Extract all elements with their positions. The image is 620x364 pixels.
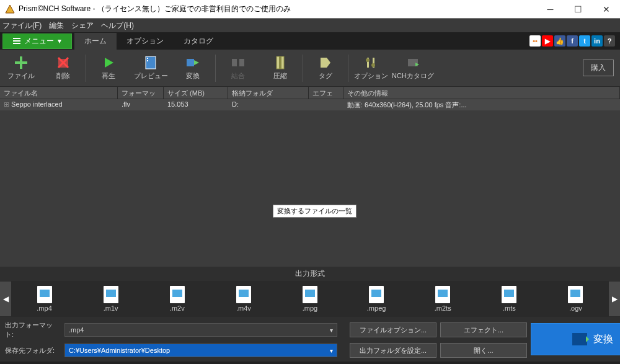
effect-button[interactable]: エフェクト... [440,322,527,337]
cell-filename: ⊞ Seppo interlaced [0,99,118,110]
facebook-icon[interactable]: f [567,35,578,47]
close-button[interactable]: ✕ [592,0,620,18]
compress-icon [273,55,288,70]
file-list[interactable]: ⊞ Seppo interlaced .flv 15.053 D: 動画: 64… [0,99,620,267]
cell-format: .flv [118,99,164,110]
cell-folder: D: [228,99,309,110]
format-item[interactable]: .mts [476,286,542,312]
delete-icon [56,55,71,70]
convert-icon [572,333,587,345]
svg-rect-8 [147,58,148,59]
folder-combo[interactable]: C:¥Users¥Administrator¥Desktop▾ [64,344,337,357]
convert-button[interactable]: 変換 [531,323,620,355]
chevron-down-icon: ▾ [58,37,61,45]
tool-option[interactable]: オプション [350,51,392,86]
combine-icon [231,55,246,70]
file-icon [369,286,384,303]
cell-size: 15.053 [164,99,228,110]
file-icon [568,286,583,303]
format-item[interactable]: .m2ts [410,286,476,312]
menu-file[interactable]: ファイル(F) [2,20,42,31]
format-item[interactable]: .mpg [277,286,343,312]
format-item[interactable]: .mpeg [343,286,410,312]
strip-prev[interactable]: ◀ [0,282,11,316]
buy-button[interactable]: 購入 [583,60,614,76]
svg-rect-2 [15,61,27,64]
svg-marker-0 [6,5,14,13]
menu-bar: ファイル(F) 編集 シェア ヘルプ(H) [0,19,620,32]
format-item[interactable]: .m2v [144,286,210,312]
open-button[interactable]: 開く... [440,343,527,358]
svg-point-19 [366,58,370,62]
svg-marker-11 [194,60,199,65]
chevron-down-icon: ▾ [330,327,333,334]
tool-file[interactable]: ファイル [0,51,42,86]
file-option-button[interactable]: ファイルオプション... [350,322,436,337]
format-item[interactable]: .ogv [542,286,609,312]
tool-play[interactable]: 再生 [87,51,130,86]
file-icon [236,286,251,303]
strip-next[interactable]: ▶ [609,282,620,316]
output-format-label: 出力形式 [0,267,620,281]
cell-info: 動画: 640x360(H264), 25.00 fps 音声:... [343,99,620,110]
tool-catalog[interactable]: NCHカタログ [392,51,434,86]
tab-home[interactable]: ホーム [74,33,117,50]
tab-row: メニュー ▾ ホーム オプション カタログ •• ▶ 👍 f t in ? [0,32,620,50]
col-effect[interactable]: エフェクト [309,87,343,99]
convert-icon [185,55,200,70]
linkedin-icon[interactable]: in [591,35,603,47]
twitter-icon[interactable]: t [579,35,590,47]
col-format[interactable]: フォーマット [118,87,164,99]
format-item[interactable]: .mp4 [11,286,78,312]
tab-catalog[interactable]: カタログ [174,33,223,50]
file-icon [303,286,317,303]
svg-rect-10 [187,59,194,66]
table-header: ファイル名 フォーマット サイズ (MB) 格納フォルダ エフェクト その他の情… [0,87,620,99]
svg-rect-13 [239,59,244,66]
cell-effect [309,99,343,110]
col-filename[interactable]: ファイル名 [0,87,118,99]
file-icon [435,286,450,303]
svg-rect-15 [279,56,281,69]
file-icon [104,286,118,303]
toolbar: ファイル 削除 再生 プレビュー 変換 結合 圧縮 タグ オプション NCHカタ… [0,50,620,87]
status-bar: Prism v 10.44 © NCH Software 1/1選択中 [0,362,620,364]
col-size[interactable]: サイズ (MB) [164,87,228,99]
output-folder-button[interactable]: 出力フォルダを設定... [350,343,436,358]
menu-help[interactable]: ヘルプ(H) [101,20,134,31]
minimize-button[interactable]: ─ [536,0,564,18]
catalog-icon [405,55,420,70]
format-strip: ◀ .mp4.m1v.m2v.m4v.mpg.mpeg.m2ts.mts.ogv… [0,281,620,317]
bottom-controls: 出力フォーマット: .mp4▾ ファイルオプション... エフェクト... 変換… [0,317,620,362]
folder-label: 保存先フォルダ: [5,346,61,355]
tool-delete[interactable]: 削除 [42,51,84,86]
svg-rect-9 [147,60,148,61]
tool-tag[interactable]: タグ [304,51,347,86]
format-item[interactable]: .m1v [78,286,144,312]
thumbsup-icon[interactable]: 👍 [554,35,565,47]
col-info[interactable]: その他の情報 [343,87,620,99]
hamburger-icon [13,38,20,44]
preview-icon [143,55,158,70]
title-bar: Prism©NCH Software - （ライセンス無し）ご家庭での非営利目的… [0,0,620,19]
tab-option[interactable]: オプション [117,33,174,50]
flickr-icon[interactable]: •• [529,35,541,47]
format-combo[interactable]: .mp4▾ [64,323,337,337]
menu-dropdown-button[interactable]: メニュー ▾ [2,33,72,49]
menu-share[interactable]: シェア [71,20,94,31]
option-icon [363,55,378,70]
file-icon [37,286,52,303]
tool-convert[interactable]: 変換 [172,51,214,86]
svg-point-20 [371,63,375,67]
help-icon[interactable]: ? [604,35,615,47]
menu-edit[interactable]: 編集 [49,20,64,31]
table-row[interactable]: ⊞ Seppo interlaced .flv 15.053 D: 動画: 64… [0,99,620,110]
tool-preview[interactable]: プレビュー [130,51,172,86]
youtube-icon[interactable]: ▶ [542,35,553,47]
file-icon [170,286,185,303]
maximize-button[interactable]: ☐ [564,0,592,18]
tool-compress[interactable]: 圧縮 [259,51,301,86]
col-folder[interactable]: 格納フォルダ [228,87,309,99]
tool-combine[interactable]: 結合 [217,51,259,86]
format-item[interactable]: .m4v [210,286,277,312]
